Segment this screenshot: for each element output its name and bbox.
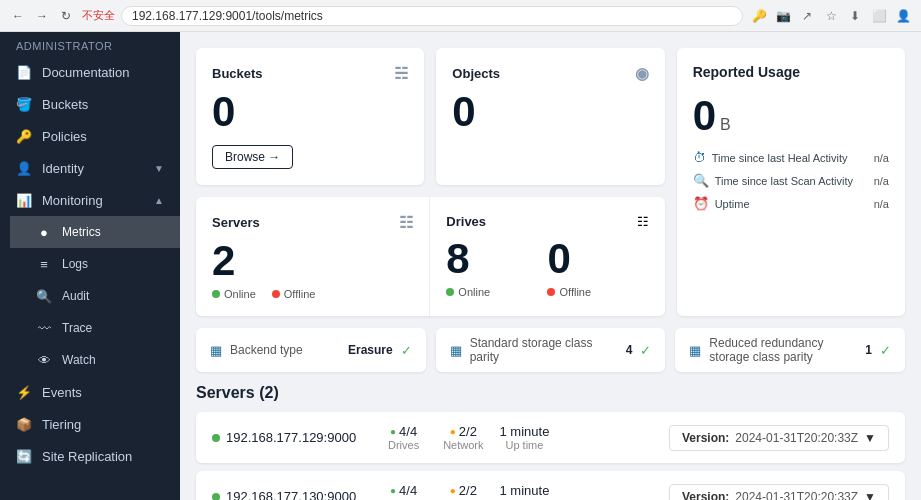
- offline-dot: [272, 290, 280, 298]
- network-stat-dot: ●: [450, 426, 456, 437]
- browse-button[interactable]: Browse →: [212, 145, 293, 169]
- reported-title: Reported Usage: [693, 64, 889, 80]
- scan-label: Time since last Scan Activity: [715, 175, 853, 187]
- back-button[interactable]: ←: [8, 6, 28, 26]
- server-network-value-0: ● 2/2: [450, 424, 477, 439]
- sidebar-item-documentation[interactable]: 📄 Documentation: [0, 56, 180, 88]
- window-icon[interactable]: ⬜: [869, 6, 889, 26]
- version-button-1[interactable]: Version: 2024-01-31T20:20:33Z ▼: [669, 484, 889, 501]
- browser-nav: ← → ↻: [8, 6, 76, 26]
- reported-row-left: 🔍 Time since last Scan Activity: [693, 173, 853, 188]
- servers-metric-card: Servers ☷ 2 Online Offline: [196, 197, 430, 316]
- sidebar: Administrator 📄 Documentation 🪣 Buckets …: [0, 32, 180, 500]
- sidebar-item-label: Metrics: [62, 225, 164, 239]
- drives-online-block: 8 Online: [446, 238, 547, 300]
- star-icon[interactable]: ☆: [821, 6, 841, 26]
- server-row-1: 192.168.177.130:9000 ● 4/4 Drives ● 2/2: [196, 471, 905, 500]
- network-stat-dot: ●: [450, 485, 456, 496]
- version-button-0[interactable]: Version: 2024-01-31T20:20:33Z ▼: [669, 425, 889, 451]
- refresh-button[interactable]: ↻: [56, 6, 76, 26]
- sidebar-item-monitoring[interactable]: 📊 Monitoring ▲: [0, 184, 180, 216]
- sidebar-item-tiering[interactable]: 📦 Tiering: [0, 408, 180, 440]
- reported-unit: B: [720, 116, 731, 134]
- sidebar-item-metrics[interactable]: ● Metrics: [10, 216, 180, 248]
- online-dot: [212, 290, 220, 298]
- scan-value: n/a: [874, 175, 889, 187]
- monitoring-submenu: ● Metrics ≡ Logs 🔍 Audit 〰 Trace 👁 Watch: [0, 216, 180, 376]
- server-online-dot-0: [212, 434, 220, 442]
- servers-section: Servers (2) 192.168.177.129:9000 ● 4/4 D…: [196, 384, 905, 500]
- sidebar-item-events[interactable]: ⚡ Events: [0, 376, 180, 408]
- online-indicator: Online: [212, 288, 256, 300]
- server-uptime-label-0: Up time: [506, 439, 544, 451]
- backend-label: Backend type: [230, 343, 340, 357]
- version-label-1: Version:: [682, 490, 729, 501]
- reduced-icon: ▦: [689, 343, 701, 358]
- objects-title: Objects: [452, 66, 500, 81]
- server-address-0: 192.168.177.129:9000: [212, 430, 372, 445]
- forward-button[interactable]: →: [32, 6, 52, 26]
- server-online-dot-1: [212, 493, 220, 501]
- server-network-value-1: ● 2/2: [450, 483, 477, 498]
- drives-online-label: Online: [458, 286, 490, 298]
- drives-offline-status: Offline: [547, 286, 648, 298]
- sidebar-item-logs[interactable]: ≡ Logs: [10, 248, 180, 280]
- identity-icon: 👤: [16, 160, 32, 176]
- profile-icon[interactable]: 👤: [893, 6, 913, 26]
- uptime-label: Uptime: [715, 198, 750, 210]
- uptime-value: n/a: [874, 198, 889, 210]
- sidebar-item-site-replication[interactable]: 🔄 Site Replication: [0, 440, 180, 472]
- reduced-label: Reduced redundancy storage class parity: [709, 336, 857, 364]
- sidebar-item-audit[interactable]: 🔍 Audit: [10, 280, 180, 312]
- security-badge: 不安全: [82, 8, 115, 23]
- server-drives-value-1: ● 4/4: [390, 483, 417, 498]
- metrics-icon: ●: [36, 224, 52, 240]
- buckets-card: Buckets ☵ 0 Browse →: [196, 48, 424, 185]
- servers-title: Servers: [212, 215, 260, 230]
- drives-metric-card: Drives ☷ 8 Online 0: [430, 197, 664, 316]
- download-icon[interactable]: ⬇: [845, 6, 865, 26]
- standard-value: 4: [626, 343, 633, 357]
- drives-offline-indicator: Offline: [547, 286, 591, 298]
- online-label: Online: [224, 288, 256, 300]
- server-uptime-value-1: 1 minute: [500, 483, 550, 498]
- server-uptime-block-0: 1 minute Up time: [500, 424, 550, 451]
- server-drives-label-0: Drives: [388, 439, 419, 451]
- server-stats-0: ● 4/4 Drives ● 2/2 Network: [388, 424, 484, 451]
- sidebar-item-trace[interactable]: 〰 Trace: [10, 312, 180, 344]
- drives-online-indicator: Online: [446, 286, 490, 298]
- server-stats-1: ● 4/4 Drives ● 2/2 Network: [388, 483, 484, 500]
- objects-value: 0: [452, 91, 648, 133]
- reduced-check-icon: ✓: [880, 343, 891, 358]
- logs-icon: ≡: [36, 256, 52, 272]
- trace-icon: 〰: [36, 320, 52, 336]
- sidebar-item-watch[interactable]: 👁 Watch: [10, 344, 180, 376]
- drives-offline-label: Offline: [559, 286, 591, 298]
- drives-stat-dot: ●: [390, 485, 396, 496]
- monitoring-icon: 📊: [16, 192, 32, 208]
- servers-section-title: Servers (2): [196, 384, 905, 402]
- sidebar-item-label: Events: [42, 385, 164, 400]
- reported-row-left: ⏱ Time since last Heal Activity: [693, 150, 848, 165]
- objects-card: Objects ◉ 0: [436, 48, 664, 185]
- backend-icon: ▦: [210, 343, 222, 358]
- sidebar-item-policies[interactable]: 🔑 Policies: [0, 120, 180, 152]
- site-replication-icon: 🔄: [16, 448, 32, 464]
- url-bar[interactable]: 192.168.177.129:9001/tools/metrics: [121, 6, 743, 26]
- heal-label: Time since last Heal Activity: [712, 152, 848, 164]
- storage-badge-backend: ▦ Backend type Erasure ✓: [196, 328, 426, 372]
- backend-value: Erasure: [348, 343, 393, 357]
- reported-row-heal: ⏱ Time since last Heal Activity n/a: [693, 150, 889, 165]
- sidebar-item-label: Buckets: [42, 97, 164, 112]
- offline-indicator: Offline: [272, 288, 316, 300]
- sidebar-item-label: Identity: [42, 161, 144, 176]
- app-container: Administrator 📄 Documentation 🪣 Buckets …: [0, 32, 921, 500]
- drives-header: Drives ☷: [446, 213, 648, 230]
- buckets-icon: ☵: [394, 64, 408, 83]
- servers-drives-card: Servers ☷ 2 Online Offline: [196, 197, 665, 316]
- sidebar-item-buckets[interactable]: 🪣 Buckets: [0, 88, 180, 120]
- events-icon: ⚡: [16, 384, 32, 400]
- storage-badge-standard: ▦ Standard storage class parity 4 ✓: [436, 328, 666, 372]
- sidebar-item-identity[interactable]: 👤 Identity ▼: [0, 152, 180, 184]
- server-uptime-block-1: 1 minute Up time: [500, 483, 550, 500]
